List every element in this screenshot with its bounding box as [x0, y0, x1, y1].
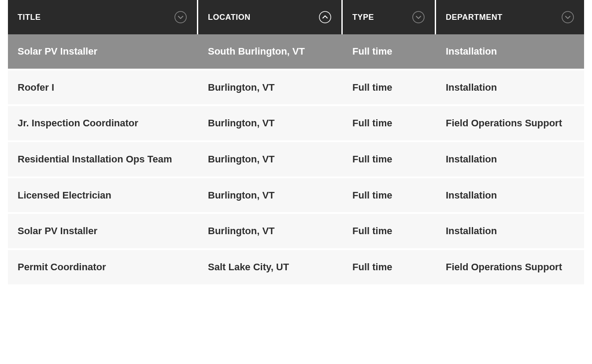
cell-type: Full time	[343, 70, 436, 105]
svg-point-1	[319, 11, 331, 23]
cell-location: Burlington, VT	[198, 214, 343, 248]
column-header-title-label: TITLE	[18, 13, 41, 22]
cell-title: Licensed Electrician	[8, 178, 198, 213]
cell-department: Installation	[436, 142, 584, 176]
cell-location: Burlington, VT	[198, 142, 343, 176]
cell-location: Salt Lake City, UT	[198, 250, 343, 284]
table-row[interactable]: Solar PV InstallerSouth Burlington, VTFu…	[8, 34, 584, 70]
cell-type: Full time	[343, 178, 436, 213]
cell-location: Burlington, VT	[198, 178, 343, 213]
cell-department: Installation	[436, 214, 584, 248]
table-header-row: TITLE LOCATION TYPE DEPARTMENT	[8, 0, 584, 34]
column-header-type-label: TYPE	[352, 13, 374, 22]
table-body: Solar PV InstallerSouth Burlington, VTFu…	[8, 34, 584, 286]
cell-type: Full time	[343, 34, 436, 69]
cell-title: Roofer I	[8, 70, 198, 105]
svg-point-2	[413, 11, 424, 23]
table-row[interactable]: Roofer IBurlington, VTFull timeInstallat…	[8, 70, 584, 107]
cell-type: Full time	[343, 142, 436, 176]
cell-title: Solar PV Installer	[8, 34, 198, 69]
table-row[interactable]: Solar PV InstallerBurlington, VTFull tim…	[8, 214, 584, 250]
svg-point-0	[175, 11, 186, 23]
column-header-department[interactable]: DEPARTMENT	[436, 0, 584, 34]
table-row[interactable]: Jr. Inspection CoordinatorBurlington, VT…	[8, 106, 584, 142]
cell-department: Installation	[436, 34, 584, 69]
column-header-location[interactable]: LOCATION	[198, 0, 343, 34]
cell-department: Field Operations Support	[436, 250, 584, 284]
cell-title: Jr. Inspection Coordinator	[8, 106, 198, 140]
table-row[interactable]: Permit CoordinatorSalt Lake City, UTFull…	[8, 250, 584, 286]
table-row[interactable]: Licensed ElectricianBurlington, VTFull t…	[8, 178, 584, 214]
column-header-type[interactable]: TYPE	[343, 0, 436, 34]
chevron-up-icon	[318, 11, 332, 24]
job-listings-table: TITLE LOCATION TYPE DEPARTMENT	[8, 0, 584, 286]
cell-department: Installation	[436, 178, 584, 213]
cell-department: Field Operations Support	[436, 106, 584, 140]
cell-title: Solar PV Installer	[8, 214, 198, 248]
column-header-title[interactable]: TITLE	[8, 0, 198, 34]
chevron-down-icon	[174, 11, 187, 24]
cell-title: Permit Coordinator	[8, 250, 198, 284]
table-row[interactable]: Residential Installation Ops TeamBurling…	[8, 142, 584, 178]
column-header-department-label: DEPARTMENT	[446, 13, 503, 22]
chevron-down-icon	[412, 11, 425, 24]
cell-type: Full time	[343, 214, 436, 248]
cell-department: Installation	[436, 70, 584, 105]
cell-location: South Burlington, VT	[198, 34, 343, 69]
cell-location: Burlington, VT	[198, 70, 343, 105]
chevron-down-icon	[561, 11, 574, 24]
svg-point-3	[562, 11, 574, 23]
cell-title: Residential Installation Ops Team	[8, 142, 198, 176]
column-header-location-label: LOCATION	[208, 13, 251, 22]
cell-type: Full time	[343, 250, 436, 284]
cell-type: Full time	[343, 106, 436, 140]
cell-location: Burlington, VT	[198, 106, 343, 140]
